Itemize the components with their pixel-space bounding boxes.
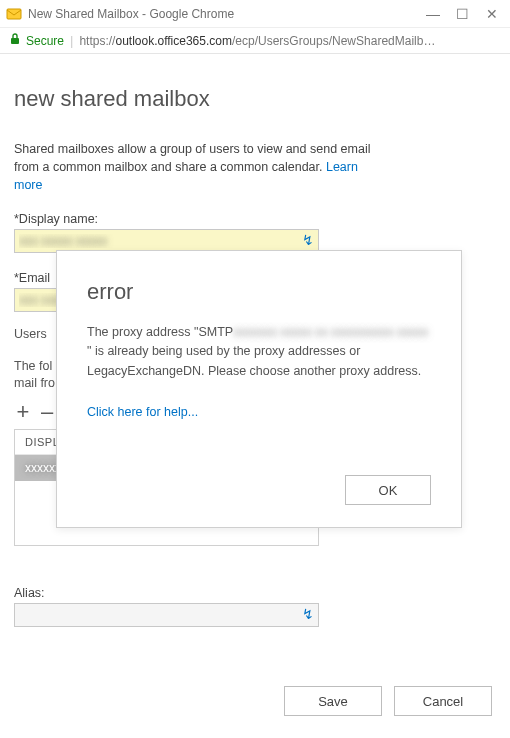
page-title: new shared mailbox [14,86,496,112]
favicon-mail-icon [6,6,22,22]
alias-input[interactable] [14,603,319,627]
input-action-icon[interactable]: ↯ [300,606,316,622]
secure-label: Secure [26,34,64,48]
svg-rect-1 [11,38,19,44]
dialog-ok-button[interactable]: OK [345,475,431,505]
window-titlebar: New Shared Mailbox - Google Chrome — ☐ ✕ [0,0,510,28]
window-title: New Shared Mailbox - Google Chrome [28,7,426,21]
window-minimize-button[interactable]: — [426,6,438,22]
lock-icon [10,33,20,48]
intro-paragraph: Shared mailboxes allow a group of users … [14,140,374,194]
alias-label: Alias: [14,586,496,600]
svg-rect-0 [7,9,21,19]
cancel-button[interactable]: Cancel [394,686,492,716]
dialog-message: The proxy address "SMTP xxxxxxx xxxxx xx… [87,323,431,381]
remove-user-button[interactable]: – [38,399,56,425]
window-maximize-button[interactable]: ☐ [456,6,468,22]
dialog-title: error [87,279,431,305]
save-button[interactable]: Save [284,686,382,716]
error-dialog: error The proxy address "SMTP xxxxxxx xx… [56,250,462,528]
add-user-button[interactable]: + [14,399,32,425]
url-text: https://outlook.office365.com/ecp/UsersG… [79,34,500,48]
dialog-help-link[interactable]: Click here for help... [87,405,431,419]
window-close-button[interactable]: ✕ [486,6,498,22]
browser-address-bar[interactable]: Secure | https://outlook.office365.com/e… [0,28,510,54]
display-name-label: *Display name: [14,212,496,226]
input-action-icon[interactable]: ↯ [300,232,316,248]
address-divider: | [70,33,73,48]
